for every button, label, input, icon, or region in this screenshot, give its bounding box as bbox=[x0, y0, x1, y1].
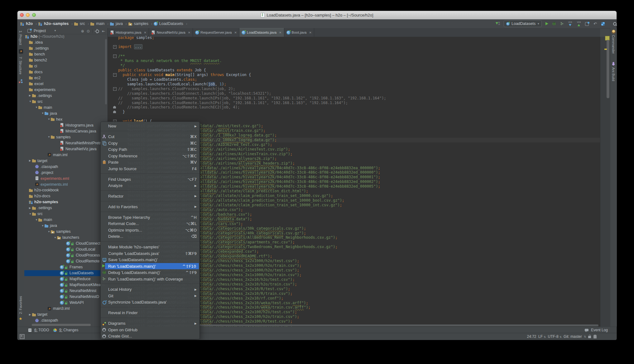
tree-expanded-arrow[interactable]: ▼ bbox=[29, 213, 31, 215]
tool-button-event-log[interactable]: Event Log bbox=[591, 328, 608, 332]
menu-item-analyze[interactable]: Analyze▶ bbox=[101, 182, 199, 189]
tree-item-webapi[interactable]: WebAPI bbox=[24, 300, 108, 306]
tree-item-experiments-iml[interactable]: experiments.iml bbox=[24, 181, 108, 187]
run-with-coverage-button[interactable] bbox=[560, 22, 564, 26]
encoding-widget[interactable]: UTF-8 ⇅ bbox=[548, 334, 562, 339]
tree-expanded-arrow[interactable]: ▼ bbox=[41, 112, 44, 115]
tree-expanded-arrow[interactable]: ▼ bbox=[41, 224, 44, 227]
tool-button-structure[interactable]: 7: Structure bbox=[19, 57, 22, 74]
menu-item-git[interactable]: Git▶ bbox=[101, 293, 199, 299]
tree-item-h2o-samples[interactable]: h2o-samples bbox=[24, 199, 108, 205]
tree-item-java[interactable]: ▼java bbox=[24, 223, 108, 229]
run-button[interactable] bbox=[545, 22, 548, 25]
tree-expanded-arrow[interactable]: ▼ bbox=[54, 236, 56, 239]
tree-item-samples[interactable]: ▼samples bbox=[24, 229, 108, 235]
breadcrumb-item-h2o–samples[interactable]: h2o–samples› bbox=[38, 22, 73, 26]
tree-item-src[interactable]: ▼src bbox=[24, 211, 108, 217]
tree-item-bench[interactable]: bench bbox=[24, 51, 108, 57]
tab-close-icon[interactable]: ✕ bbox=[279, 31, 281, 34]
project-panel-header[interactable]: Project ▼ ⊕ ⊙ ⇤ bbox=[24, 28, 108, 34]
hector-highlighting-icon[interactable] bbox=[593, 335, 598, 339]
editor-tab-requestserver-java[interactable]: RequestServer.java✕ bbox=[193, 28, 239, 37]
project-tree-horizontal-scrollbar[interactable] bbox=[32, 324, 91, 326]
tree-item--settings[interactable]: ▶.settings bbox=[24, 93, 108, 98]
breadcrumb-item-h2o[interactable]: h2o› bbox=[20, 22, 37, 26]
tree-collapsed-arrow[interactable]: ▶ bbox=[29, 94, 31, 97]
breadcrumb-item-java[interactable]: java› bbox=[110, 22, 127, 26]
tree-item-bench2[interactable]: bench2 bbox=[24, 57, 108, 63]
tree-item-neuralnetmnistpretr[interactable]: NeuralNetMnistPretr bbox=[24, 140, 108, 146]
editor-tab-loaddatasets-java[interactable]: LoadDatasets.java✕ bbox=[239, 28, 284, 37]
tree-item-neuralnetmnist[interactable]: NeuralNetMnist bbox=[24, 288, 108, 294]
changes-button[interactable] bbox=[585, 22, 589, 26]
menu-item-browse-type-hierarchy[interactable]: Browse Type Hierarchy^H bbox=[101, 214, 199, 221]
tree-item-samples[interactable]: ▼samples bbox=[24, 134, 108, 140]
tree-expanded-arrow[interactable]: ▼ bbox=[35, 106, 38, 109]
tree-item-loaddatasets[interactable]: LoadDatasets bbox=[24, 270, 108, 276]
tree-item-experiments[interactable]: experiments bbox=[24, 87, 108, 93]
menu-item-optimize-imports[interactable]: Optimize Imports...⌥⌘O bbox=[101, 227, 199, 233]
menu-item-reformat-code[interactable]: Reformat Code...⌥⌘L bbox=[101, 220, 199, 227]
menu-item-make-module-h2o-samples[interactable]: Make Module 'h2o–samples' bbox=[101, 244, 199, 250]
breadcrumb-item-src[interactable]: src› bbox=[74, 22, 89, 26]
menu-item-reveal-in-finder[interactable]: Reveal in Finder bbox=[101, 310, 199, 316]
project-view-dropdown-icon[interactable]: ▼ bbox=[54, 29, 56, 32]
tree-expanded-arrow[interactable]: ▼ bbox=[48, 136, 50, 138]
caret-position-widget[interactable]: 24:72 bbox=[527, 334, 536, 339]
undo-icon[interactable]: ↶ bbox=[593, 22, 597, 26]
tree-item-mapreduce[interactable]: MapReduce bbox=[24, 276, 108, 282]
menu-item-save-loaddatasets-main[interactable]: Save 'LoadDatasets.main()' bbox=[101, 256, 199, 263]
tree-item-target[interactable]: ▶target bbox=[24, 158, 108, 164]
menu-item-debug-loaddatasets-main[interactable]: Debug 'LoadDatasets.main()'^⇧F9 bbox=[101, 269, 199, 276]
tree-item-ec2[interactable]: ec2 bbox=[24, 75, 108, 81]
menu-item-copy[interactable]: Copy⌘C bbox=[101, 140, 199, 146]
tree-item-java[interactable]: ▼java bbox=[24, 110, 108, 116]
tree-item-neuralnetviz-java[interactable]: NeuralNetViz.java bbox=[24, 146, 108, 152]
debug-button[interactable] bbox=[552, 22, 556, 26]
editor-tab-neuralnetviz-java[interactable]: NeuralNetViz.java✕ bbox=[149, 28, 193, 37]
tree-item-main-iml[interactable]: main.iml bbox=[24, 152, 108, 158]
tree-item-src[interactable]: ▼src bbox=[24, 98, 108, 104]
tree-item-docs[interactable]: docs bbox=[24, 69, 108, 75]
tree-item-histograms-java[interactable]: Histograms.java bbox=[24, 122, 108, 128]
tree-item-target[interactable]: ▶target bbox=[24, 312, 108, 318]
fold-marker[interactable]: − bbox=[113, 87, 117, 91]
tree-item-excel[interactable]: excel bbox=[24, 81, 108, 87]
tree-item-mapreducekmeans[interactable]: MapReduceKMeans bbox=[24, 282, 108, 288]
menu-item-run-loaddatasets-main-with-coverage[interactable]: Run 'LoadDatasets.main()' with Coverage bbox=[101, 276, 199, 282]
tree-item-h2o-docs[interactable]: h2o-docs bbox=[24, 193, 108, 199]
fold-marker[interactable]: − bbox=[113, 55, 117, 58]
tree-item-frames[interactable]: Frames bbox=[24, 264, 108, 270]
hide-panel-icon[interactable]: ⇤ bbox=[102, 29, 105, 33]
project-tree-vertical-scrollbar[interactable] bbox=[105, 39, 107, 104]
tab-close-icon[interactable]: ✕ bbox=[144, 31, 146, 34]
fold-marker[interactable]: + bbox=[113, 45, 117, 49]
tree-item-neuralnetmnistd[interactable]: NeuralNetMnistD bbox=[24, 294, 108, 300]
tree-item--classpath[interactable]: .classpath bbox=[24, 318, 108, 323]
menu-item-find-usages[interactable]: Find Usages⌥F7 bbox=[101, 176, 199, 183]
menu-item-add-to-favorites[interactable]: Add to Favorites▶ bbox=[101, 204, 199, 210]
tree-collapsed-arrow[interactable]: ▶ bbox=[29, 159, 31, 162]
tool-button-ant-build[interactable]: Ant Build bbox=[612, 67, 615, 81]
tree-item--classpath[interactable]: .classpath bbox=[24, 164, 108, 170]
menu-item-jump-to-source[interactable]: Jump to SourceF4 bbox=[101, 165, 199, 172]
menu-item-diagrams[interactable]: Diagrams▶ bbox=[101, 320, 199, 327]
tree-item--settings[interactable]: .settings bbox=[24, 45, 108, 51]
tree-item-ci[interactable]: ci bbox=[24, 63, 108, 69]
tree-expanded-arrow[interactable]: ▼ bbox=[48, 118, 50, 121]
tree-item-h2o-cookbook[interactable]: h2o-cookbook bbox=[24, 187, 108, 193]
tree-item-cloudprocess[interactable]: CloudProcess bbox=[24, 252, 108, 258]
status-updown-icon[interactable]: ⇅ bbox=[584, 336, 586, 338]
tree-item-main[interactable]: ▼main bbox=[24, 104, 108, 110]
tool-button-todo[interactable]: 6: TODO bbox=[34, 328, 49, 332]
menu-item-paste[interactable]: Paste⌘V bbox=[101, 159, 199, 165]
search-everywhere-icon[interactable] bbox=[613, 22, 617, 26]
tree-item-launchers[interactable]: ▼launchers bbox=[24, 235, 108, 241]
menu-item-copy-reference[interactable]: Copy Reference⌥⇧⌘C bbox=[101, 153, 199, 159]
tree-expanded-arrow[interactable]: ▼ bbox=[48, 230, 50, 233]
breadcrumb-item-main[interactable]: main› bbox=[90, 22, 108, 26]
resize-grip[interactable] bbox=[20, 334, 25, 339]
editor-tab-boot-java[interactable]: Boot.java✕ bbox=[284, 28, 314, 37]
vcs-update-button[interactable] bbox=[568, 22, 573, 26]
tool-button-favorites[interactable]: 2: Favorites bbox=[19, 296, 22, 314]
